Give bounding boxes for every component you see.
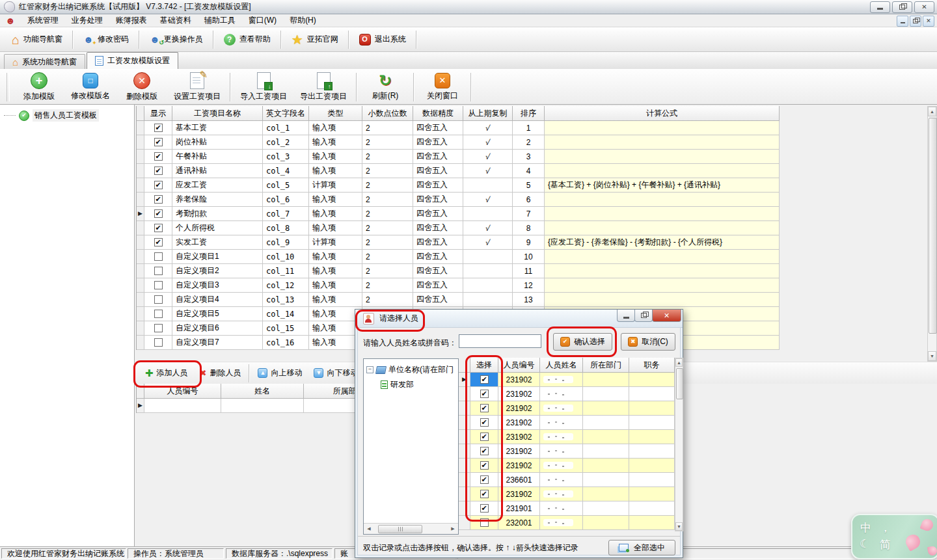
decimals-cell[interactable]: 2 [362,150,413,164]
item-name-cell[interactable]: 午餐补贴 [172,150,263,164]
show-checkbox[interactable] [154,252,163,261]
order-cell[interactable]: 3 [513,150,545,164]
menu-item-5[interactable]: 窗口(W) [242,14,283,27]
type-cell[interactable]: 输入项 [309,264,362,278]
toolbar-button-查看帮助[interactable]: ?查看帮助 [216,31,278,48]
salary-grid-scrollbar[interactable]: ▲ ▼ [927,106,937,362]
scroll-down-arrow-icon[interactable]: ▼ [928,351,936,361]
personnel-select-row-1[interactable]: ▶✔231902 [459,373,675,387]
scrollbar-thumb[interactable] [929,118,937,334]
toolbar-button-删除模版[interactable]: ✕删除模版 [116,71,167,103]
person-code-cell[interactable]: 231901 [498,501,540,516]
personnel-select-row-3[interactable]: ✔231902 [459,401,675,416]
department-cell[interactable] [583,416,629,430]
salary-row-3[interactable]: ✔午餐补贴col_3输入项2四舍五入√3 [137,150,780,164]
show-checkbox[interactable]: ✔ [154,224,163,232]
salary-row-5[interactable]: ✔应发工资col_5计算项2四舍五入5{基本工资} + {岗位补贴} + {午餐… [137,178,780,193]
show-checkbox[interactable] [154,281,163,289]
decimals-cell[interactable]: 2 [362,164,413,178]
show-checkbox[interactable]: ✔ [154,152,163,161]
field-name-cell[interactable]: col_10 [263,250,309,264]
copy-prev-cell[interactable] [463,278,513,293]
department-cell[interactable] [583,459,629,473]
person-code-cell[interactable]: 231902 [498,401,540,416]
field-name-cell[interactable]: col_1 [263,121,309,135]
toolbar-button-功能导航窗[interactable]: ⌂功能导航窗 [4,31,70,49]
field-name-cell[interactable]: col_8 [263,221,309,235]
field-name-cell[interactable]: col_11 [263,264,309,278]
field-name-cell[interactable]: col_15 [263,321,309,336]
precision-cell[interactable]: 四舍五入 [413,178,463,193]
field-name-cell[interactable]: col_16 [263,336,309,350]
item-name-cell[interactable]: 自定义项目4 [172,293,263,307]
field-name-cell[interactable]: col_12 [263,278,309,293]
personnel-select-row-10[interactable]: ✔231901 [459,501,675,516]
role-cell[interactable] [629,516,675,530]
field-name-cell[interactable]: col_5 [263,178,309,193]
show-checkbox[interactable]: ✔ [154,138,163,146]
item-name-cell[interactable]: 实发工资 [172,235,263,250]
personnel-select-row-9[interactable]: ✔231902 [459,487,675,501]
precision-cell[interactable]: 四舍五入 [413,235,463,250]
order-cell[interactable]: 2 [513,135,545,150]
salary-row-12[interactable]: 自定义项目3col_12输入项2四舍五入12 [137,278,780,293]
select-checkbox[interactable]: ✔ [480,504,489,513]
menu-item-4[interactable]: 辅助工具 [198,14,242,27]
decimals-cell[interactable]: 2 [362,135,413,150]
select-checkbox[interactable]: ✔ [480,461,489,470]
ime-status-widget[interactable]: 中 ， ☾ 简 [851,514,937,559]
copy-prev-cell[interactable] [463,207,513,221]
item-name-cell[interactable]: 应发工资 [172,178,263,193]
item-name-cell[interactable]: 自定义项目6 [172,321,263,336]
person-code-cell[interactable]: 231902 [498,373,540,387]
formula-cell[interactable] [545,207,780,221]
toolbar-button-退出系统[interactable]: O退出系统 [351,31,414,48]
person-name-cell[interactable] [540,373,583,387]
field-name-cell[interactable]: col_9 [263,235,309,250]
role-cell[interactable] [629,501,675,516]
formula-cell[interactable] [545,250,780,264]
department-cell[interactable] [583,487,629,501]
person-name-cell[interactable] [540,387,583,401]
toolbar-button-添加模版[interactable]: +添加模版 [14,71,64,103]
type-cell[interactable]: 输入项 [309,293,362,307]
item-name-cell[interactable]: 自定义项目1 [172,250,263,264]
tree-item-dept[interactable]: 研发部 [381,379,458,390]
type-cell[interactable]: 计算项 [309,178,362,193]
field-name-cell[interactable]: col_14 [263,307,309,321]
precision-cell[interactable]: 四舍五入 [413,164,463,178]
item-name-cell[interactable]: 考勤扣款 [172,207,263,221]
copy-prev-cell[interactable] [463,250,513,264]
formula-cell[interactable] [545,293,780,307]
item-name-cell[interactable]: 个人所得税 [172,221,263,235]
select-checkbox[interactable]: ✔ [480,433,489,441]
salary-row-7[interactable]: ▶✔考勤扣款col_7输入项2四舍五入7 [137,207,780,221]
person-name-cell[interactable] [540,459,583,473]
select-checkbox[interactable]: ✔ [480,490,489,498]
precision-cell[interactable]: 四舍五入 [413,293,463,307]
scrollbar-thumb[interactable] [378,525,422,533]
show-checkbox[interactable]: ✔ [154,181,163,189]
formula-cell[interactable] [545,193,780,207]
copy-prev-cell[interactable] [463,178,513,193]
salary-row-1[interactable]: ✔基本工资col_1输入项2四舍五入√1 [137,121,780,135]
department-cell[interactable] [583,501,629,516]
type-cell[interactable]: 输入项 [309,164,362,178]
scroll-up-arrow-icon[interactable]: ▲ [928,107,936,116]
field-name-cell[interactable]: col_13 [263,293,309,307]
toolbar-button-关闭窗口[interactable]: ✕关闭窗口 [417,72,468,103]
show-checkbox[interactable]: ✔ [154,209,163,218]
person-code-cell[interactable]: 231902 [498,416,540,430]
salary-row-9[interactable]: ✔实发工资col_9计算项2四舍五入√9{应发工资} - {养老保险} - {考… [137,235,780,250]
copy-prev-cell[interactable] [463,293,513,307]
order-cell[interactable]: 9 [513,235,545,250]
menu-item-1[interactable]: 业务处理 [65,14,109,27]
type-cell[interactable]: 输入项 [309,221,362,235]
salary-row-11[interactable]: 自定义项目2col_11输入项2四舍五入11 [137,264,780,278]
item-name-cell[interactable]: 自定义项目3 [172,278,263,293]
type-cell[interactable]: 输入项 [309,250,362,264]
personnel-select-row-5[interactable]: ✔231902 [459,430,675,444]
person-code-cell[interactable]: 231902 [498,444,540,459]
show-checkbox[interactable]: ✔ [154,195,163,204]
item-name-cell[interactable]: 养老保险 [172,193,263,207]
